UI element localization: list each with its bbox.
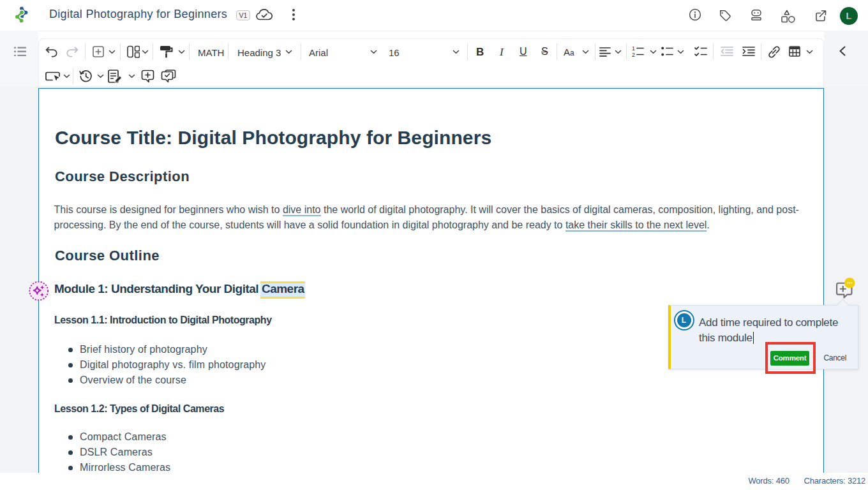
svg-text:2: 2 <box>632 52 635 57</box>
svg-text:1: 1 <box>632 46 635 52</box>
